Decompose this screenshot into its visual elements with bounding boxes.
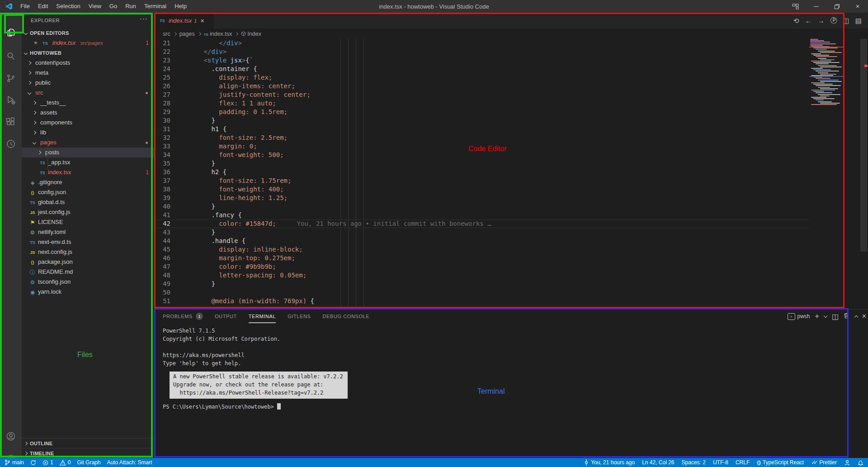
code-line-38[interactable]: 38 font-weight: 400;: [154, 185, 809, 194]
breadcrumb-item-src[interactable]: src: [163, 31, 170, 37]
close-button[interactable]: ×: [847, 0, 868, 13]
menu-help[interactable]: Help: [170, 3, 191, 10]
code-line-29[interactable]: 29 padding: 0 1.5rem;: [154, 108, 809, 116]
menu-go[interactable]: Go: [105, 3, 121, 10]
menu-edit[interactable]: Edit: [34, 3, 52, 10]
code-line-39[interactable]: 39 line-height: 1.25;: [154, 194, 809, 202]
tree-item-src[interactable]: src: [22, 88, 154, 98]
status-item-1[interactable]: 1: [42, 459, 53, 466]
code-line-31[interactable]: 31 h1 {: [154, 125, 809, 133]
code-line-36[interactable]: 36 h2 {: [154, 168, 809, 176]
close-icon[interactable]: ×: [34, 38, 38, 48]
code-line-21[interactable]: 21 </div>: [154, 39, 809, 48]
new-terminal-icon[interactable]: +: [815, 312, 819, 320]
tree-item-meta[interactable]: meta: [22, 68, 154, 78]
explorer-icon[interactable]: [0, 24, 22, 42]
code-line-33[interactable]: 33 margin: 0;: [154, 142, 809, 151]
editor-scrollbar[interactable]: [860, 39, 867, 252]
status-item-0[interactable]: 0: [60, 459, 71, 466]
more-actions-icon[interactable]: ···: [140, 14, 148, 22]
code-line-42[interactable]: 42 color: #15847d;You, 21 hours ago • in…: [154, 219, 809, 228]
run-and-debug-icon[interactable]: [0, 91, 22, 109]
tree-item-license[interactable]: ⚑LICENSE: [22, 217, 154, 227]
previous-change-icon[interactable]: ←: [805, 17, 812, 24]
code-line-28[interactable]: 28 flex: 1 1 auto;: [154, 99, 809, 108]
status-item-you-21-hours-ago[interactable]: You, 21 hours ago: [584, 459, 635, 466]
code-line-50[interactable]: 50: [154, 288, 809, 297]
tree-item--app-tsx[interactable]: TS_app.tsx: [22, 157, 154, 167]
tree-item-yarn-lock[interactable]: ◉yarn.lock: [22, 287, 154, 297]
tab-index-tsx[interactable]: TS index.tsx 1 ×: [154, 13, 214, 29]
breadcrumb-item-index[interactable]: Index: [241, 31, 261, 37]
status-item-utf-8[interactable]: UTF-8: [713, 459, 728, 466]
compare-changes-icon[interactable]: ⟲: [793, 17, 799, 25]
tree-item-tsconfig-json[interactable]: ⚙tsconfig.json: [22, 277, 154, 287]
tree-item-config-json[interactable]: {}config.json: [22, 187, 154, 197]
code-line-49[interactable]: 49 }: [154, 280, 809, 288]
code-editor[interactable]: 21 </div>22 </div>23 <style jsx>{`24 .co…: [154, 39, 809, 308]
minimize-button[interactable]: [806, 0, 826, 13]
tree-item-global-d-ts[interactable]: TSglobal.d.ts: [22, 197, 154, 207]
terminal-prompt[interactable]: PS C:\Users\Lyman\Source\howtoweb>: [163, 403, 281, 411]
search-icon[interactable]: [0, 47, 22, 65]
menu-file[interactable]: File: [16, 3, 34, 10]
code-line-35[interactable]: 35 }: [154, 159, 809, 168]
menu-terminal[interactable]: Terminal: [140, 3, 170, 10]
status-item-auto-attach-smart[interactable]: Auto Attach: Smart: [107, 459, 152, 466]
tree-item-components[interactable]: components: [22, 118, 154, 128]
code-line-22[interactable]: 22 </div>: [154, 48, 809, 56]
maximize-panel-icon[interactable]: [854, 315, 858, 319]
split-editor-icon[interactable]: ◫: [843, 17, 849, 25]
timeline-section[interactable]: TIMELINE: [22, 448, 154, 458]
shell-selector[interactable]: > pwsh: [788, 313, 810, 320]
open-editor-item[interactable]: × TS index.tsx src\pages 1: [22, 38, 154, 48]
tree-item-package-json[interactable]: {}package.json: [22, 257, 154, 267]
code-line-26[interactable]: 26 align-items: center;: [154, 82, 809, 91]
panel-tab-output[interactable]: OUTPUT: [215, 310, 237, 323]
status-item-sync[interactable]: [30, 460, 36, 466]
code-line-25[interactable]: 25 display: flex;: [154, 73, 809, 82]
code-line-34[interactable]: 34 font-weight: 500;: [154, 151, 809, 159]
panel-tab-gitlens[interactable]: GITLENS: [288, 310, 311, 323]
status-item-spaces-2[interactable]: Spaces: 2: [682, 459, 706, 466]
breadcrumb-item-pages[interactable]: pages: [179, 31, 195, 37]
code-line-46[interactable]: 46 margin-top: 0.275em;: [154, 254, 809, 262]
code-line-51[interactable]: 51 @media (min-width: 769px) {: [154, 297, 809, 305]
next-change-icon[interactable]: →: [818, 17, 825, 24]
tree-item-lib[interactable]: lib: [22, 128, 154, 138]
code-line-40[interactable]: 40 }: [154, 202, 809, 211]
status-item-ln-42-col-26[interactable]: Ln 42, Col 26: [642, 459, 674, 466]
status-item-person[interactable]: [844, 460, 850, 466]
tree-item-index-tsx[interactable]: TSindex.tsx1: [22, 167, 154, 177]
code-line-43[interactable]: 43 }: [154, 228, 809, 237]
code-line-37[interactable]: 37 font-size: 1.75rem;: [154, 176, 809, 185]
restore-button[interactable]: [826, 0, 847, 13]
close-panel-icon[interactable]: ×: [862, 312, 866, 320]
tab-close-icon[interactable]: ×: [200, 17, 204, 24]
tree-item-posts[interactable]: posts: [22, 148, 154, 157]
gitlens-blame-icon[interactable]: Ⓟ: [830, 16, 837, 25]
tree-item-pages[interactable]: pages: [22, 138, 154, 148]
code-line-48[interactable]: 48 letter-spacing: 0.05em;: [154, 271, 809, 280]
tree-item-next-env-d-ts[interactable]: TSnext-env.d.ts: [22, 237, 154, 247]
tree-item-readme-md[interactable]: ⓘREADME.md: [22, 267, 154, 277]
status-item-main[interactable]: main: [5, 459, 24, 466]
menu-run[interactable]: Run: [121, 3, 140, 10]
tree-item--tests-[interactable]: __tests__: [22, 98, 154, 108]
code-line-45[interactable]: 45 display: inline-block;: [154, 245, 809, 254]
tree-item--gitignore[interactable]: ◈.gitignore: [22, 177, 154, 187]
menu-selection[interactable]: Selection: [52, 3, 84, 10]
panel-tab-terminal[interactable]: TERMINAL: [249, 310, 276, 323]
source-control-icon[interactable]: [0, 69, 22, 87]
status-item-bell[interactable]: [858, 460, 863, 466]
remote-explorer-icon[interactable]: [0, 135, 22, 153]
extensions-icon[interactable]: [0, 113, 22, 131]
tree-item-assets[interactable]: assets: [22, 108, 154, 118]
tree-item-public[interactable]: public: [22, 78, 154, 88]
tree-item-netlify-toml[interactable]: ⚙netlify.toml: [22, 227, 154, 237]
account-icon[interactable]: [0, 427, 22, 445]
panel-tab-problems[interactable]: PROBLEMS1: [163, 310, 203, 323]
code-line-41[interactable]: 41 .fancy {: [154, 211, 809, 219]
code-line-27[interactable]: 27 justify-content: center;: [154, 91, 809, 99]
kill-terminal-icon[interactable]: [844, 312, 849, 320]
